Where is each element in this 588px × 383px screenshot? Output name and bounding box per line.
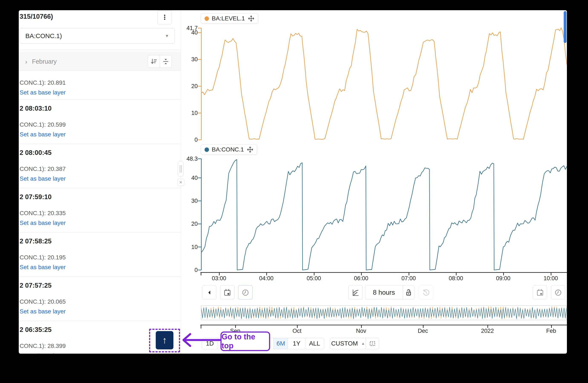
x-axis-label: 05:00 [301,275,327,282]
list-item: 2 07:59:10 CONC.1): 20.335 Set as base l… [19,188,181,232]
set-base-layer-link[interactable]: Set as base layer [20,131,66,138]
clock-button-right[interactable] [551,285,565,300]
set-base-layer-link[interactable]: Set as base layer [20,308,66,315]
clock-icon [554,288,562,297]
range-preset-1y[interactable]: 1Y [288,338,305,349]
conc-chart[interactable] [198,156,567,272]
timeseries-dropdown[interactable]: BA:CONC.1) ▼ [20,28,175,44]
calendar-button[interactable] [220,285,234,300]
event-value: CONC.1): 28.399 [20,343,66,349]
collapse-all-icon [162,58,169,65]
event-timestamp: 2 07:57:25 [20,282,52,289]
clock-icon [241,288,250,297]
drag-move-icon [247,146,253,153]
group-controls [148,55,172,68]
timeline-month-label: Nov [345,328,377,334]
legend-label: BA:CONC.1 [212,146,244,153]
x-axis-label: 06:00 [348,275,374,282]
event-timestamp: 2 08:00:45 [20,149,52,157]
event-timestamp: 2 07:58:25 [20,237,52,245]
y-axis-label: 40 [178,29,198,36]
sort-descending-button[interactable] [148,55,160,68]
level-chart[interactable] [198,25,567,145]
scrollbar-thumb[interactable] [564,11,567,43]
set-base-layer-link[interactable]: Set as base layer [20,352,66,354]
scroll-to-top-button[interactable]: ↑ [156,331,173,349]
calendar-icon [223,288,231,297]
y-axis-label: 30 [178,198,198,204]
chevron-up-icon: ▲ [361,342,365,346]
dropdown-value: BA:CONC.1) [25,32,62,39]
set-base-layer-link[interactable]: Set as base layer [20,89,66,96]
custom-range-group: CUSTOM ▲ [330,338,379,349]
x-axis-label: 03:00 [206,275,232,282]
x-axis-tick [201,273,201,275]
history-button[interactable] [419,285,433,300]
month-group-header: › February [19,52,181,71]
set-base-layer-link[interactable]: Set as base layer [20,175,66,182]
event-value: CONC.1): 20.065 [20,298,66,305]
kebab-menu-icon [161,14,168,21]
list-item: 2 07:58:25 CONC.1): 20.195 Set as base l… [19,232,181,277]
y-axis-label: 30 [178,56,198,62]
chart-style-button[interactable] [348,285,363,300]
annotation-tooltip: Go to the top [220,331,270,351]
set-base-layer-link[interactable]: Set as base layer [20,220,66,226]
x-axis-label: 09:00 [490,275,516,282]
y-axis-label: 20 [178,83,198,89]
y-axis-label: 40 [178,175,198,181]
duration-group: 8 hours [365,285,414,300]
chevron-right-icon[interactable]: › [25,58,27,65]
y-axis-label: 10 [178,110,198,116]
y-axis-label: 10 [178,244,198,250]
list-item: 2 08:03:10 CONC.1): 20.599 Set as base l… [19,100,181,144]
event-value: CONC.1): 20.891 [20,79,66,86]
line-style-icon [351,288,360,297]
list-item: CONC.1): 20.891 Set as base layer [19,71,181,100]
more-options-button[interactable] [157,10,172,24]
y-axis-label: 0 [178,267,198,273]
event-value: CONC.1): 20.387 [20,166,66,172]
legend-chip-conc[interactable]: BA:CONC.1 [201,144,257,155]
event-value: CONC.1): 20.335 [20,210,66,217]
timeline-month-label: 2022 [471,328,504,334]
custom-range-button[interactable]: CUSTOM ▲ [330,338,366,349]
chevron-down-icon: ▼ [165,34,169,38]
timeline-month-label: Feb [535,328,567,334]
fit-view-button[interactable] [366,338,379,349]
event-timestamp: 2 07:59:10 [20,193,52,201]
event-timestamp: 2 06:35:25 [20,326,52,334]
list-item: 2 08:00:45 CONC.1): 20.387 Set as base l… [19,144,181,188]
x-axis-label: 04:00 [253,275,279,282]
time-button[interactable] [238,285,252,300]
sidebar: 315/10766) BA:CONC.1) ▼ › February [19,10,181,354]
duration-button[interactable]: 8 hours [365,286,403,299]
legend-label: BA:LEVEL.1 [212,15,245,22]
calendar-icon [536,288,544,297]
legend-chip-level[interactable]: BA:LEVEL.1 [201,13,258,24]
calendar-button-right[interactable] [533,285,547,300]
arrow-up-icon: ↑ [162,336,167,345]
y-axis-label: 48.3 [178,155,198,162]
timeline-month-label: Dec [407,328,439,334]
overview-minimap[interactable] [201,305,567,320]
range-preset-all[interactable]: ALL [305,338,324,349]
timeline-tick [201,325,201,328]
y-axis-label: 20 [178,221,198,227]
event-list: CONC.1): 20.891 Set as base layer 2 08:0… [19,71,181,354]
collapse-all-button[interactable] [160,55,172,68]
legend-color-dot [205,148,209,152]
annotation-arrow [180,331,222,349]
drag-move-icon [248,15,254,22]
list-item: 2 07:57:25 CONC.1): 20.065 Set as base l… [19,277,181,321]
x-axis-line [200,272,567,273]
pan-left-button[interactable] [202,285,216,300]
month-group-label: February [32,58,57,65]
range-preset-6m[interactable]: 6M [273,338,288,349]
fit-view-icon [369,340,376,347]
lock-button[interactable] [403,286,414,299]
event-timestamp: 2 08:03:10 [20,105,52,112]
sort-descending-icon [150,58,157,65]
custom-range-label: CUSTOM [331,340,358,347]
set-base-layer-link[interactable]: Set as base layer [20,264,66,271]
